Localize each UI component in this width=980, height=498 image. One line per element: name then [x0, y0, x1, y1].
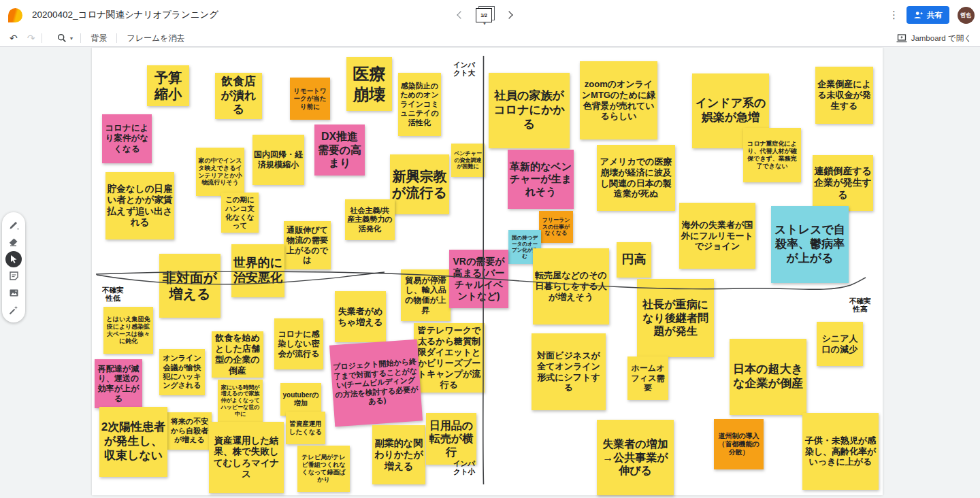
sticky-note-icon	[9, 271, 19, 281]
sticky-note[interactable]: ストレスで自殺率、鬱病率が上がる	[771, 206, 849, 283]
more-options-icon[interactable]: ⋮	[889, 9, 898, 21]
sticky-note[interactable]: DX推進需要の高まり	[314, 124, 365, 176]
sticky-note[interactable]: ホームオフィス需要	[627, 356, 668, 400]
tool-palette	[2, 212, 25, 322]
next-frame-chevron-icon[interactable]	[505, 10, 516, 20]
sticky-note[interactable]: 道州制の導入（首都機能の分散）	[714, 419, 764, 469]
sticky-note[interactable]: 革新的なベンチャーが生まれそう	[508, 150, 574, 209]
sticky-note[interactable]: コロナ重症化により、代替人材が確保できず、業務完了できない	[743, 128, 801, 182]
axis-label[interactable]: 不確実性低	[100, 286, 126, 302]
device-screen-icon	[896, 34, 907, 43]
sticky-note[interactable]: 貯金なしの日雇い者とかが家賃払えず追い出される	[105, 172, 174, 239]
open-in-jamboard-label: Jamboard で開く	[911, 33, 972, 44]
previous-frame-chevron-icon[interactable]	[455, 10, 466, 20]
sticky-note[interactable]: 日本の超大きな企業が倒産	[730, 339, 806, 415]
sticky-note[interactable]: フリーランスの仕事がなくなる	[539, 211, 573, 243]
sticky-note[interactable]: アメリカでの医療崩壊が経済に波及し関連の日本の製造業が死ぬ	[597, 145, 675, 211]
toolbar-divider	[116, 33, 117, 43]
sticky-note[interactable]: 社員の家族がコロナにかかる	[489, 73, 570, 148]
sticky-note[interactable]: 副業的な関わりかたが増える	[372, 425, 425, 484]
notes-layer: 予算縮小飲食店が潰れるリモートワークが当たり前にコロナにより案件がなくなる国内回…	[0, 0, 980, 498]
redo-icon[interactable]: ↷	[27, 33, 35, 43]
sticky-note[interactable]: プロジェクト開始から終了まで対面することがない(チームビルディングの方法を検討す…	[329, 339, 423, 427]
sticky-note[interactable]: リモートワークが当たり前に	[290, 78, 330, 120]
app-bar-right: ⋮ 共有 哲也	[889, 0, 975, 30]
sticky-note[interactable]: コロナにより案件がなくなる	[102, 114, 152, 163]
sticky-note[interactable]: この期にハンコ文化なくなって	[221, 193, 259, 233]
sticky-note[interactable]: 新興宗教が流行る	[390, 154, 449, 214]
jamboard-app: { "header": { "title": "20200402_コロナ関連シナ…	[0, 0, 980, 498]
sticky-note[interactable]: 失業者の増加→公共事業が伸びる	[597, 420, 674, 495]
frame-navigation: 1/2 ▼	[455, 0, 516, 30]
clear-frame-button[interactable]: フレームを消去	[124, 33, 187, 44]
sticky-note[interactable]: 再配達が減り、運送の効率が上がる	[95, 359, 142, 408]
sticky-note[interactable]: オンライン会議が愉快犯にハッキングされる	[159, 349, 205, 395]
select-tool[interactable]	[5, 251, 22, 267]
sticky-note[interactable]: テレビ局がテレビ番組つくれなくなって録画ばかり	[297, 446, 350, 492]
person-add-icon	[913, 10, 923, 20]
image-icon	[9, 288, 19, 298]
sticky-note[interactable]: 将来の不安から自殺者が増える	[167, 412, 212, 450]
sticky-note[interactable]: youtuberの増加	[280, 383, 321, 416]
sticky-note[interactable]: 通販伸びて物流の需要上がるのでは	[284, 221, 331, 269]
sticky-note[interactable]: 医療崩壊	[346, 57, 392, 111]
sticky-note[interactable]: 社会主義/共産主義勢力の活発化	[345, 199, 395, 240]
image-tool[interactable]	[5, 285, 22, 301]
zoom-magnifier-icon	[57, 33, 67, 43]
sticky-note[interactable]: コロナに感染しない密会が流行る	[274, 318, 323, 369]
sticky-note[interactable]: 感染防止のためのオンラインコミュニテイの活性化	[398, 73, 441, 136]
sticky-note[interactable]: 非対面が増える	[159, 254, 220, 318]
sticky-note[interactable]: VRの需要が高まる(バーチャルイベントなど)	[449, 250, 508, 308]
sticky-note[interactable]: 日用品の転売が横行	[426, 413, 476, 465]
axis-label[interactable]: インパクト小	[450, 459, 478, 476]
sticky-note[interactable]: 飲食を始めとした店舗型の企業の倒産	[212, 331, 263, 378]
eraser-icon	[8, 237, 19, 248]
axis-label[interactable]: 不確実性高	[847, 297, 873, 313]
sticky-note[interactable]: 円高	[617, 242, 651, 278]
sticky-note[interactable]: 皆テレワークで太るから糖質制限ダイエットとかビリーズブートキャンプが流行る	[414, 323, 485, 393]
share-button[interactable]: 共有	[906, 6, 949, 24]
sticky-note[interactable]: 家にいる時間が増えるので家族仲がよくなってハッピーな世の中に	[218, 380, 263, 422]
zoom-control[interactable]: ▼	[57, 33, 74, 43]
cursor-arrow-icon	[10, 254, 18, 263]
sticky-note[interactable]: zoomのオンラインMTGのために緑色背景が売れているらしい	[580, 61, 657, 139]
frame-counter-label: 1/2	[476, 8, 492, 22]
sticky-note[interactable]: 子供・未熟児が感染し、高齢化率がいっきに上がる	[802, 413, 879, 490]
sticky-note[interactable]: 企業倒産による未収金が発生する	[815, 67, 873, 124]
sticky-note[interactable]: 皆資産運用したくなる	[286, 412, 325, 444]
share-button-label: 共有	[927, 10, 943, 20]
frame-caret-icon: ▼	[483, 22, 487, 26]
sticky-note[interactable]: シニア人口の減少	[817, 322, 863, 366]
jamboard-logo-icon	[8, 8, 22, 22]
sticky-note[interactable]: 世界的に治安悪化	[231, 244, 284, 297]
sticky-note[interactable]: 貿易が停滞し、輸入品の物価が上昇	[401, 269, 451, 321]
toolbar-divider	[80, 33, 81, 43]
document-title[interactable]: 20200402_コロナ関連シナリオプランニング	[32, 9, 218, 21]
sticky-note[interactable]: 対面ビジネスが全てオンライン形式にシフトする	[532, 333, 606, 410]
sticky-note[interactable]: 海外の失業者が国外にフルリモートでジョイン	[679, 203, 755, 269]
sticky-note[interactable]: 資産運用した結果、株で失敗してむしろマイナス	[209, 422, 284, 493]
pen-tool[interactable]	[5, 217, 22, 233]
zoom-caret-icon: ▼	[69, 36, 74, 41]
sticky-note[interactable]: 失業者がめちゃ増える	[335, 291, 386, 342]
axis-label[interactable]: インパクト大	[450, 61, 478, 77]
sticky-note[interactable]: とはいえ集団免疫により感染拡大ペースは徐々に鈍化	[103, 307, 153, 354]
sticky-note[interactable]: 予算縮小	[147, 65, 189, 106]
open-in-jamboard-button[interactable]: Jamboard で開く	[896, 30, 972, 46]
sticky-note[interactable]: ベンチャーの資金調達が困難に	[451, 144, 485, 177]
sticky-note[interactable]: 連鎖倒産する企業が発生する	[813, 155, 873, 211]
sticky-note[interactable]: 飲食店が潰れる	[215, 73, 262, 119]
undo-icon[interactable]: ↶	[10, 33, 18, 43]
sticky-note-tool[interactable]	[5, 268, 22, 284]
avatar[interactable]: 哲也	[958, 7, 975, 24]
laser-pointer-icon	[8, 305, 19, 316]
laser-tool[interactable]	[5, 302, 22, 318]
sticky-note[interactable]: 家の中でインスタ映えできるインテリアとか小物流行りそう	[196, 148, 244, 196]
eraser-tool[interactable]	[5, 234, 22, 250]
sticky-note[interactable]: 2次陽性患者が発生し、収束しない	[99, 407, 167, 477]
frame-counter[interactable]: 1/2 ▼	[475, 6, 495, 24]
sticky-note[interactable]: 国内回帰・経済規模縮小	[252, 135, 304, 185]
sticky-note[interactable]: 社長が重病になり後継者問題が発生	[637, 279, 714, 357]
sticky-note[interactable]: 転売屋などのその日暮らしをする人が増えそう	[533, 248, 609, 325]
background-button[interactable]: 背景	[88, 33, 110, 44]
